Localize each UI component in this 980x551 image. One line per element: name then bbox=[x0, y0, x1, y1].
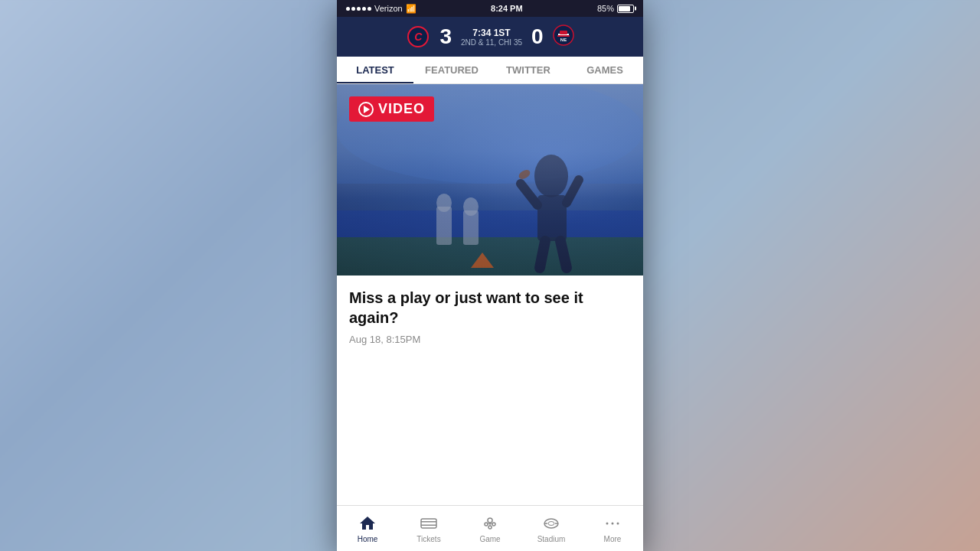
article-content: Miss a play or just want to see it again… bbox=[337, 276, 643, 351]
carrier-label: Verizon bbox=[374, 4, 403, 13]
nav-tickets[interactable]: Tickets bbox=[398, 514, 459, 543]
status-right: 85% bbox=[597, 4, 634, 13]
svg-point-31 bbox=[548, 521, 554, 525]
svg-rect-21 bbox=[421, 519, 436, 528]
tab-games[interactable]: GAMES bbox=[567, 57, 643, 83]
article-title: Miss a play or just want to see it again… bbox=[349, 288, 631, 328]
home-score: 3 bbox=[439, 24, 452, 49]
svg-rect-2 bbox=[560, 31, 567, 34]
more-label: More bbox=[604, 535, 622, 543]
signal-icon bbox=[346, 7, 371, 11]
home-label: Home bbox=[358, 535, 378, 543]
nav-stadium[interactable]: Stadium bbox=[521, 514, 582, 543]
stadium-label: Stadium bbox=[537, 535, 566, 543]
score-info: 7:34 1ST 2ND & 11, CHI 35 bbox=[461, 28, 522, 47]
svg-line-15 bbox=[560, 241, 567, 268]
svg-rect-16 bbox=[436, 207, 452, 245]
tab-latest[interactable]: LATEST bbox=[337, 57, 413, 83]
svg-rect-23 bbox=[421, 524, 436, 526]
battery-icon bbox=[617, 5, 634, 13]
patriots-logo: NE bbox=[553, 24, 574, 49]
svg-point-25 bbox=[485, 523, 488, 526]
content-area[interactable]: VIDEO Miss a play or just want to see it… bbox=[337, 84, 643, 505]
svg-rect-8 bbox=[337, 210, 643, 237]
svg-point-9 bbox=[534, 155, 568, 197]
svg-point-19 bbox=[463, 197, 479, 216]
svg-line-11 bbox=[521, 184, 537, 205]
svg-text:NE: NE bbox=[560, 37, 566, 42]
phone-frame: Verizon 📶 8:24 PM 85% C 3 7:34 1ST 2ND &… bbox=[337, 0, 643, 551]
wifi-icon: 📶 bbox=[406, 4, 416, 14]
svg-line-14 bbox=[540, 241, 545, 268]
home-icon bbox=[358, 514, 377, 533]
bottom-nav: Home Tickets Game bbox=[337, 505, 643, 551]
tickets-label: Tickets bbox=[416, 535, 440, 543]
nav-home[interactable]: Home bbox=[337, 514, 398, 543]
tab-bar: LATEST FEATURED TWITTER GAMES bbox=[337, 57, 643, 84]
svg-point-24 bbox=[488, 518, 492, 523]
away-score: 0 bbox=[531, 24, 544, 49]
article-date: Aug 18, 8:15PM bbox=[349, 334, 631, 345]
video-label: VIDEO bbox=[378, 101, 425, 117]
time-label: 8:24 PM bbox=[491, 4, 523, 13]
tab-featured[interactable]: FEATURED bbox=[413, 57, 490, 83]
stadium-icon bbox=[542, 514, 560, 533]
svg-point-34 bbox=[606, 522, 609, 524]
tab-twitter[interactable]: TWITTER bbox=[490, 57, 567, 83]
svg-point-27 bbox=[488, 526, 492, 529]
svg-point-36 bbox=[617, 522, 619, 524]
nav-game[interactable]: Game bbox=[459, 514, 521, 543]
more-icon bbox=[603, 514, 622, 533]
score-bar: C 3 7:34 1ST 2ND & 11, CHI 35 0 NE bbox=[337, 17, 643, 57]
svg-point-35 bbox=[612, 522, 614, 524]
game-label: Game bbox=[479, 535, 500, 543]
svg-rect-22 bbox=[421, 521, 436, 523]
video-badge[interactable]: VIDEO bbox=[349, 96, 434, 122]
nav-more[interactable]: More bbox=[582, 514, 643, 543]
down-distance: 2ND & 11, CHI 35 bbox=[461, 38, 522, 47]
status-left: Verizon 📶 bbox=[346, 4, 416, 14]
play-icon bbox=[358, 102, 374, 117]
svg-point-26 bbox=[492, 523, 495, 526]
battery-percent: 85% bbox=[597, 4, 614, 13]
bears-logo: C bbox=[406, 24, 430, 49]
video-card[interactable]: VIDEO bbox=[337, 84, 643, 276]
svg-point-17 bbox=[436, 194, 452, 212]
game-time: 7:34 1ST bbox=[461, 28, 522, 38]
tickets-icon bbox=[420, 514, 438, 533]
status-bar: Verizon 📶 8:24 PM 85% bbox=[337, 0, 643, 17]
svg-rect-3 bbox=[557, 35, 570, 37]
svg-rect-7 bbox=[337, 237, 643, 276]
game-icon bbox=[481, 514, 499, 533]
